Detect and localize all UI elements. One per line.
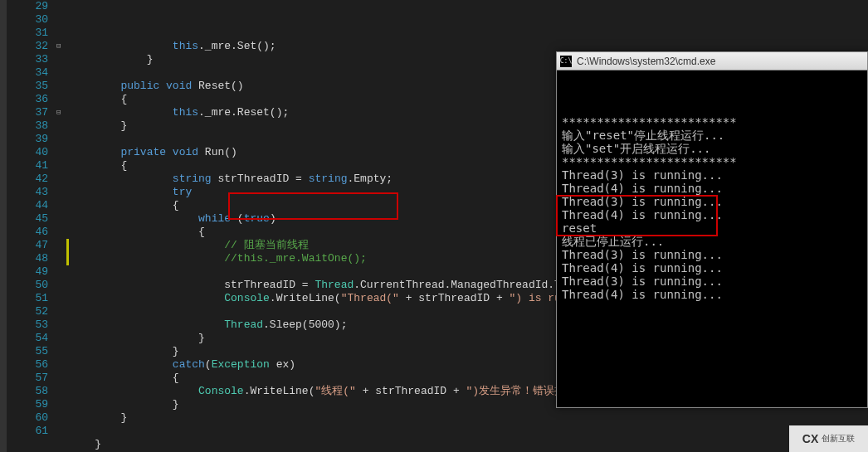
- line-number: 37: [7, 106, 48, 119]
- cmd-output-line: Thread(3) is running...: [562, 248, 862, 261]
- fold-empty: [56, 146, 69, 159]
- line-number: 31: [7, 27, 48, 40]
- fold-empty: [56, 199, 69, 212]
- line-number: 59: [7, 398, 48, 411]
- code-line[interactable]: [69, 425, 868, 438]
- fold-empty: [56, 332, 69, 345]
- fold-empty: [56, 345, 69, 358]
- fold-empty: [56, 13, 69, 27]
- fold-empty: [56, 305, 69, 318]
- fold-empty: [56, 186, 69, 199]
- line-number: 29: [7, 0, 48, 13]
- fold-empty: [56, 93, 69, 106]
- cmd-output-line: *************************: [562, 155, 862, 168]
- line-number: 34: [7, 66, 48, 80]
- line-number: 38: [7, 119, 48, 133]
- line-number: 49: [7, 265, 48, 279]
- fold-empty: [56, 119, 69, 133]
- cmd-title: C:\Windows\system32\cmd.exe: [577, 56, 715, 67]
- fold-empty: [56, 226, 69, 239]
- watermark: CX 创新互联: [789, 425, 868, 452]
- line-number: 56: [7, 358, 48, 372]
- watermark-text: 创新互联: [822, 433, 855, 445]
- line-number: 44: [7, 199, 48, 212]
- cmd-output-line: reset: [562, 221, 862, 235]
- watermark-logo: CX: [802, 432, 818, 445]
- fold-empty: [56, 358, 69, 372]
- fold-empty: [56, 318, 69, 332]
- line-number: 41: [7, 159, 48, 173]
- line-number: 35: [7, 80, 48, 93]
- cmd-output-line: *************************: [562, 115, 862, 129]
- fold-toggle[interactable]: ⊟: [56, 106, 69, 119]
- line-number: 61: [7, 425, 48, 438]
- line-number: 51: [7, 292, 48, 305]
- fold-empty: [56, 173, 69, 186]
- cmd-output-line: 输入"reset"停止线程运行...: [562, 129, 862, 142]
- cmd-output-line: Thread(4) is running...: [562, 261, 862, 275]
- cmd-window[interactable]: C:\ C:\Windows\system32\cmd.exe ********…: [556, 51, 868, 408]
- line-number: 47: [7, 239, 48, 252]
- line-number: 36: [7, 93, 48, 106]
- cmd-output-line: Thread(4) is running...: [562, 208, 862, 221]
- fold-empty: [56, 66, 69, 80]
- line-number: 60: [7, 411, 48, 425]
- line-number: 57: [7, 372, 48, 385]
- fold-empty: [56, 398, 69, 411]
- line-number: 48: [7, 252, 48, 265]
- left-margin: [0, 0, 7, 452]
- fold-empty: [56, 425, 69, 438]
- fold-empty: [56, 411, 69, 425]
- line-number: 52: [7, 305, 48, 318]
- cmd-output-line: Thread(4) is running...: [562, 288, 862, 301]
- fold-gutter: ⊟⊟: [56, 0, 69, 452]
- code-line[interactable]: }: [69, 438, 868, 451]
- line-number: 50: [7, 279, 48, 292]
- fold-empty: [56, 133, 69, 146]
- line-number: 54: [7, 332, 48, 345]
- fold-empty: [56, 80, 69, 93]
- cmd-output-line: 输入"set"开启线程运行...: [562, 142, 862, 155]
- line-number: 40: [7, 146, 48, 159]
- cmd-output-line: Thread(3) is running...: [562, 195, 862, 208]
- cmd-output-line: Thread(3) is running...: [562, 275, 862, 288]
- line-number: 53: [7, 318, 48, 332]
- fold-empty: [56, 385, 69, 398]
- cmd-titlebar[interactable]: C:\ C:\Windows\system32\cmd.exe: [557, 52, 867, 70]
- fold-empty: [56, 0, 69, 13]
- code-line[interactable]: }: [69, 411, 868, 425]
- cmd-icon: C:\: [560, 56, 572, 67]
- fold-empty: [56, 372, 69, 385]
- line-number: 30: [7, 13, 48, 27]
- fold-empty: [56, 53, 69, 66]
- fold-empty: [56, 159, 69, 173]
- fold-empty: [56, 265, 69, 279]
- line-number: 45: [7, 212, 48, 226]
- fold-empty: [56, 292, 69, 305]
- cmd-output-line: Thread(3) is running...: [562, 168, 862, 182]
- line-number: 42: [7, 173, 48, 186]
- line-number: 46: [7, 226, 48, 239]
- line-number: 43: [7, 186, 48, 199]
- fold-empty: [56, 212, 69, 226]
- fold-empty: [56, 279, 69, 292]
- cmd-body[interactable]: *************************输入"reset"停止线程运行…: [557, 70, 867, 306]
- cmd-output-line: 线程已停止运行...: [562, 235, 862, 248]
- line-number-gutter: 2930313233343536373839404142434445464748…: [7, 0, 56, 452]
- fold-empty: [56, 27, 69, 40]
- line-number: 55: [7, 345, 48, 358]
- line-number: 39: [7, 133, 48, 146]
- line-number: 58: [7, 385, 48, 398]
- fold-toggle[interactable]: ⊟: [56, 40, 69, 53]
- line-number: 32: [7, 40, 48, 53]
- cmd-output-line: Thread(4) is running...: [562, 182, 862, 195]
- line-number: 33: [7, 53, 48, 66]
